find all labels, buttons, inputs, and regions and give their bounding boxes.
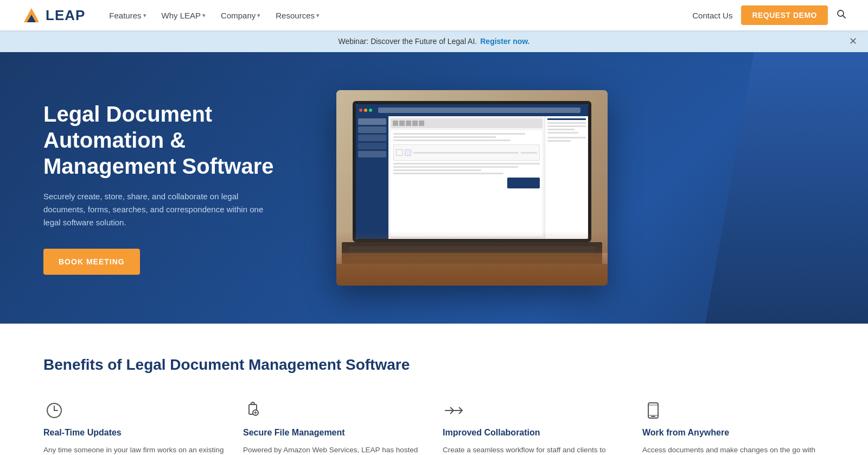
logo-text: LEAP: [46, 7, 85, 24]
search-icon: [837, 9, 846, 19]
hero-laptop-image: [336, 90, 608, 286]
benefit-secure-title: Secure File Management: [243, 428, 425, 438]
navbar-left: LEAP Features ▾ Why LEAP ▾ Company ▾ Res…: [22, 7, 326, 24]
navbar: LEAP Features ▾ Why LEAP ▾ Company ▾ Res…: [0, 0, 868, 30]
nav-item-company[interactable]: Company ▾: [214, 7, 267, 24]
hero-title: Legal Document Automation & Management S…: [43, 101, 315, 179]
benefit-secure: Secure File Management Powered by Amazon…: [243, 400, 425, 455]
hero-image-wrapper: [315, 90, 608, 286]
search-button[interactable]: [837, 9, 846, 22]
logo-icon: [22, 7, 41, 23]
file-secure-icon: [243, 400, 265, 421]
banner-register-link[interactable]: Register now.: [480, 37, 529, 46]
banner-close-button[interactable]: ✕: [849, 35, 857, 47]
nav-item-resources[interactable]: Resources ▾: [269, 7, 326, 24]
banner-message: Webinar: Discover the Future of Legal AI…: [338, 37, 477, 46]
benefit-realtime: Real-Time Updates Any time someone in yo…: [43, 400, 226, 455]
benefit-collab-desc: Create a seamless workflow for staff and…: [443, 444, 625, 455]
benefits-grid: Real-Time Updates Any time someone in yo…: [43, 400, 825, 455]
benefit-mobile: Work from Anywhere Access documents and …: [642, 400, 825, 455]
banner-text: Webinar: Discover the Future of Legal AI…: [338, 37, 529, 46]
benefit-realtime-desc: Any time someone in your law firm works …: [43, 444, 226, 455]
benefits-section: Benefits of Legal Document Management So…: [0, 324, 868, 455]
mobile-icon: [642, 400, 664, 421]
benefit-secure-desc: Powered by Amazon Web Services, LEAP has…: [243, 444, 425, 455]
benefit-mobile-desc: Access documents and make changes on the…: [642, 444, 825, 455]
chevron-down-icon: ▾: [257, 12, 260, 19]
collaboration-icon: [443, 400, 464, 421]
nav-links: Features ▾ Why LEAP ▾ Company ▾ Resource…: [103, 7, 326, 24]
announcement-banner: Webinar: Discover the Future of Legal AI…: [0, 30, 868, 52]
benefit-mobile-title: Work from Anywhere: [642, 428, 825, 438]
benefit-realtime-title: Real-Time Updates: [43, 428, 226, 438]
chevron-down-icon: ▾: [202, 12, 206, 19]
nav-item-whyleap[interactable]: Why LEAP ▾: [155, 7, 213, 24]
hero-section: Legal Document Automation & Management S…: [0, 52, 868, 324]
clock-icon: [43, 400, 65, 421]
benefit-collab: Improved Collaboration Create a seamless…: [443, 400, 625, 455]
nav-item-features[interactable]: Features ▾: [103, 7, 152, 24]
contact-us-link[interactable]: Contact Us: [692, 11, 732, 20]
book-meeting-button[interactable]: BOOK MEETING: [43, 249, 140, 275]
hero-subtitle: Securely create, store, share, and colla…: [43, 190, 271, 229]
request-demo-button[interactable]: REQUEST DEMO: [741, 5, 828, 25]
chevron-down-icon: ▾: [316, 12, 320, 19]
benefits-title: Benefits of Legal Document Management So…: [43, 356, 825, 374]
navbar-right: Contact Us REQUEST DEMO: [692, 5, 846, 25]
hero-content: Legal Document Automation & Management S…: [43, 101, 315, 275]
svg-line-3: [843, 15, 846, 18]
benefit-collab-title: Improved Collaboration: [443, 428, 625, 438]
chevron-down-icon: ▾: [143, 12, 146, 19]
logo[interactable]: LEAP: [22, 7, 85, 24]
